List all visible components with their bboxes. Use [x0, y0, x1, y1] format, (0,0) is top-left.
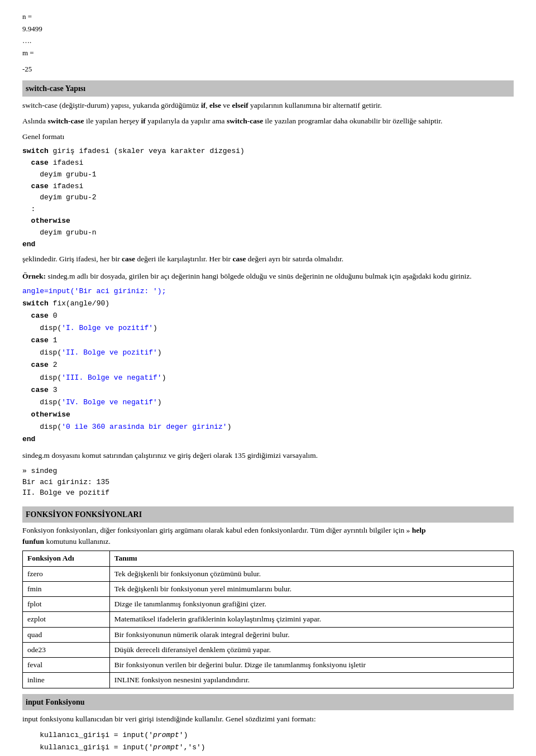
- fonksiyon-desc: Fonksiyon fonksiyonları, diğer fonksiyon…: [22, 525, 514, 548]
- n-label: n =: [22, 12, 32, 21]
- table-row: fzeroTek değişkenli bir fonksiyonun çözü…: [23, 566, 514, 581]
- otherwise-keyword: otherwise: [31, 217, 70, 225]
- table-row: fminTek değişkenli bir fonksiyonun yerel…: [23, 581, 514, 596]
- fonksiyon-header: FONKSİYON FONKSİYONLARI: [22, 506, 514, 523]
- disp-I: 'I. Bolge ve pozitif': [61, 324, 153, 332]
- case-kw-3: case: [31, 386, 49, 394]
- cell-tanimi: INLINE fonksiyon nesnesini yapılandındır…: [109, 673, 513, 688]
- cell-fonksiyon-adi: ezplot: [23, 612, 110, 627]
- table-row: quadBir fonksiyonunun nümerik olarak int…: [23, 627, 514, 642]
- input-fonksiyon-header: input Fonksiyonu: [22, 694, 514, 710]
- cell-tanimi: Tek değişkenli bir fonksiyonun çözümünü …: [109, 566, 513, 581]
- input-label-bold: Fonksiyonu: [45, 698, 84, 706]
- switch-keyword: switch: [22, 147, 49, 155]
- sindeg-desc: sindeg.m dosyasını komut satırından çalı…: [22, 450, 514, 461]
- switch-code-block: switch giriş ifadesi (skaler veya karakt…: [22, 146, 514, 250]
- sindeg-code: angle=input('Bir aci giriniz: '); switch…: [22, 285, 514, 446]
- table-row: ezplotMatematiksel ifadelerin grafikleri…: [23, 612, 514, 627]
- if-keyword: if: [201, 101, 205, 109]
- disp-III: 'III. Bolge ve negatif': [61, 374, 161, 382]
- switch-case-para2: Aslında switch-case ile yapılan herşey i…: [22, 116, 514, 127]
- case-keyword1: case: [31, 159, 49, 167]
- input-code-block: kullanıcı_girişi = input('prompt') kulla…: [22, 729, 514, 754]
- m-label: m =: [22, 49, 34, 57]
- case-keyword2: case: [31, 182, 49, 190]
- page-content: n = 9.9499 …. m = -25 switch-case Yapısı…: [22, 11, 514, 756]
- ornek-bold: Örnek:: [22, 272, 46, 280]
- prompt-italic1: prompt: [153, 731, 179, 739]
- end-keyword1: end: [22, 240, 35, 248]
- cell-tanimi: Bir fonksiyonun verilen bir değerini bul…: [109, 658, 513, 673]
- switch-case-header: switch-case Yapısı: [22, 80, 514, 97]
- input-label-plain: input: [26, 698, 45, 706]
- disp-IV: 'IV. Bolge ve negatif': [61, 398, 157, 406]
- case-kw-0: case: [31, 312, 49, 320]
- ellipsis: ….: [22, 35, 514, 46]
- prompt-italic2: prompt: [153, 743, 179, 752]
- switch-case-title: switch-case Yapısı: [26, 84, 85, 93]
- m-variable: m =: [22, 47, 514, 59]
- end-kw2: end: [22, 435, 35, 443]
- cell-tanimi: Düşük dereceli diferansiyel denklem çözü…: [109, 642, 513, 657]
- table-header-row: Fonksiyon Adı Tanımı: [23, 551, 514, 566]
- angle-input: angle=input('Bir aci giriniz: ');: [22, 287, 166, 295]
- cell-tanimi: Bir fonksiyonunun nümerik olarak integra…: [109, 627, 513, 642]
- switch-case-bold1: switch-case: [47, 117, 84, 125]
- fonksiyon-table: Fonksiyon Adı Tanımı fzeroTek değişkenli…: [22, 551, 514, 688]
- cell-fonksiyon-adi: quad: [23, 627, 110, 642]
- switch-case-bold2: switch-case: [227, 117, 263, 125]
- cell-tanimi: Matematiksel ifadelerin grafiklerinin ko…: [109, 612, 513, 627]
- input-desc1: input fonksiyonu kullanıcıdan bir veri g…: [22, 714, 514, 725]
- sindeg-output: » sindeg Bir aci giriniz: 135 II. Bolge …: [22, 466, 514, 499]
- table-row: fplotDizge ile tanımlanmış fonksiyonun g…: [23, 597, 514, 612]
- col-fonksiyon-adi: Fonksiyon Adı: [23, 551, 110, 566]
- elseif-keyword: elseif: [232, 101, 248, 109]
- genel-format-label: Genel formatı: [22, 131, 514, 142]
- cell-fonksiyon-adi: ode23: [23, 642, 110, 657]
- table-row: ode23Düşük dereceli diferansiyel denklem…: [23, 642, 514, 657]
- case-bold1: case: [122, 255, 135, 263]
- disp-II: 'II. Bolge ve pozitif': [61, 348, 157, 357]
- m-number: -25: [22, 64, 514, 75]
- help-bold: help: [412, 526, 426, 534]
- if-bold: if: [141, 117, 146, 125]
- disp-otherwise: '0 ile 360 arasinda bir deger giriniz': [61, 423, 227, 431]
- else-keyword: else: [209, 101, 221, 109]
- switch-case-para1: switch-case (değiştir-durum) yapısı, yuk…: [22, 100, 514, 111]
- cell-fonksiyon-adi: fmin: [23, 581, 110, 596]
- table-row: inlineINLINE fonksiyon nesnesini yapılan…: [23, 673, 514, 688]
- case-kw-2: case: [31, 361, 49, 369]
- funfun-bold: funfun: [22, 537, 44, 546]
- cell-tanimi: Tek değişkenli bir fonksiyonun yerel min…: [109, 581, 513, 596]
- cell-fonksiyon-adi: fplot: [23, 597, 110, 612]
- switch-kw2: switch: [22, 299, 49, 308]
- cell-fonksiyon-adi: fzero: [23, 566, 110, 581]
- n-variable: n =: [22, 11, 514, 22]
- otherwise-kw2: otherwise: [31, 410, 70, 419]
- case-bold2: case: [232, 255, 246, 263]
- cell-fonksiyon-adi: inline: [23, 673, 110, 688]
- example-label: Örnek: sindeg.m adlı bir dosyada, girile…: [22, 271, 514, 282]
- table-row: fevalBir fonksiyonun verilen bir değerin…: [23, 658, 514, 673]
- cell-fonksiyon-adi: feval: [23, 658, 110, 673]
- case-kw-1: case: [31, 336, 49, 344]
- cell-tanimi: Dizge ile tanımlanmış fonksiyonun grafiğ…: [109, 597, 513, 612]
- seklinde-para: şeklindedir. Giriş ifadesi, her bir case…: [22, 253, 514, 265]
- col-tanimi: Tanımı: [109, 551, 513, 566]
- n-number: 9.9499: [22, 23, 514, 35]
